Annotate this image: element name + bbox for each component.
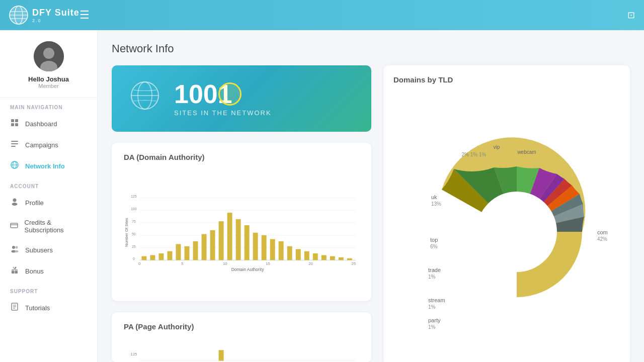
svg-rect-69 xyxy=(304,251,309,260)
svg-rect-63 xyxy=(253,233,258,260)
pa-chart-card: PA (Page Authority) 125 xyxy=(112,312,371,362)
account-label: Account xyxy=(0,176,97,192)
sidebar: Hello Joshua Member Main Navigation Dash… xyxy=(0,30,98,362)
svg-rect-12 xyxy=(11,141,18,142)
sidebar-item-profile[interactable]: Profile xyxy=(0,192,97,213)
stats-label: SITES IN THE NETWORK xyxy=(174,109,272,117)
bonus-icon xyxy=(10,266,19,276)
svg-text:42%: 42% xyxy=(597,236,607,242)
network-icon xyxy=(10,161,19,171)
svg-rect-61 xyxy=(236,219,241,260)
hello-label: Hello Joshua xyxy=(28,75,69,83)
svg-rect-13 xyxy=(11,143,18,144)
svg-rect-10 xyxy=(11,123,14,126)
svg-text:75: 75 xyxy=(132,220,136,224)
svg-text:0: 0 xyxy=(133,257,135,261)
svg-text:0: 0 xyxy=(138,261,141,266)
content-left: 1001 SITES IN THE NETWORK DA (Domain Aut… xyxy=(112,65,371,362)
svg-rect-70 xyxy=(313,253,318,260)
svg-rect-8 xyxy=(11,119,14,122)
da-chart-title: DA (Domain Authority) xyxy=(124,153,359,161)
svg-text:15: 15 xyxy=(266,261,270,266)
svg-text:25: 25 xyxy=(132,245,136,249)
sidebar-item-bonus-label: Bonus xyxy=(25,267,44,275)
sidebar-item-credits[interactable]: Credits & Subscriptions xyxy=(0,213,97,239)
svg-rect-66 xyxy=(279,241,284,260)
svg-rect-67 xyxy=(287,246,292,260)
logo-area: DFY Suite 2.0 xyxy=(9,6,79,25)
svg-rect-73 xyxy=(339,257,344,260)
svg-rect-59 xyxy=(219,221,224,260)
sidebar-item-tutorials[interactable]: Tutorials xyxy=(0,297,97,318)
svg-point-19 xyxy=(12,203,18,206)
svg-text:Domain Authority: Domain Authority xyxy=(231,267,264,272)
logo-icon xyxy=(9,6,28,25)
svg-text:2%  1% 1%: 2% 1% 1% xyxy=(462,152,487,157)
svg-point-85 xyxy=(476,192,557,272)
svg-text:1%: 1% xyxy=(428,274,436,280)
campaigns-icon xyxy=(10,140,19,150)
svg-rect-74 xyxy=(347,258,352,260)
svg-rect-57 xyxy=(202,234,207,260)
svg-text:vip: vip xyxy=(494,144,500,150)
tld-donut-chart: com 42% uk 13% top 6% trade 1% stream 1% xyxy=(393,91,620,352)
svg-text:125: 125 xyxy=(130,352,137,356)
svg-rect-56 xyxy=(193,241,198,260)
support-label: Support xyxy=(0,282,97,297)
avatar xyxy=(34,41,64,71)
sidebar-item-network-info[interactable]: Network Info xyxy=(0,155,97,176)
svg-text:party: party xyxy=(428,317,441,323)
svg-rect-20 xyxy=(11,223,18,228)
sidebar-item-bonus[interactable]: Bonus xyxy=(0,260,97,282)
dashboard-icon xyxy=(10,119,19,129)
svg-text:trade: trade xyxy=(428,267,441,273)
svg-rect-64 xyxy=(262,235,267,260)
svg-point-24 xyxy=(16,246,18,249)
sidebar-item-subusers-label: Subusers xyxy=(25,246,53,254)
svg-point-18 xyxy=(13,199,17,202)
da-chart-card: DA (Domain Authority) 0 25 50 75 100 125… xyxy=(112,143,371,301)
stats-card: 1001 SITES IN THE NETWORK xyxy=(112,65,371,132)
highlight-circle xyxy=(218,82,242,106)
svg-rect-50 xyxy=(141,256,146,260)
da-bar-chart: 0 25 50 75 100 125 Number Of Sites xyxy=(124,168,359,289)
subusers-icon xyxy=(10,245,19,255)
sidebar-item-campaigns[interactable]: Campaigns xyxy=(0,134,97,155)
role-label: Member xyxy=(38,83,58,89)
svg-rect-58 xyxy=(210,230,215,260)
svg-rect-52 xyxy=(158,253,164,260)
svg-rect-55 xyxy=(185,246,190,260)
pa-chart-title: PA (Page Authority) xyxy=(124,322,359,331)
hamburger-menu[interactable]: ☰ xyxy=(79,9,90,22)
sidebar-item-credits-label: Credits & Subscriptions xyxy=(25,219,87,234)
svg-text:uk: uk xyxy=(431,194,437,200)
svg-text:stream: stream xyxy=(428,297,445,303)
sidebar-item-tutorials-label: Tutorials xyxy=(25,304,50,312)
svg-text:com: com xyxy=(597,229,608,235)
layout: Hello Joshua Member Main Navigation Dash… xyxy=(0,30,644,362)
main-content: Network Info xyxy=(98,30,644,362)
page-title: Network Info xyxy=(112,42,630,55)
sidebar-item-subusers[interactable]: Subusers xyxy=(0,239,97,260)
topnav: DFY Suite 2.0 ☰ ⊡ xyxy=(0,0,644,30)
logo-text: DFY Suite 2.0 xyxy=(32,8,79,23)
profile-icon xyxy=(10,198,19,208)
svg-text:6%: 6% xyxy=(430,244,438,249)
svg-text:25: 25 xyxy=(351,261,356,266)
svg-text:125: 125 xyxy=(131,195,137,199)
topnav-action[interactable]: ⊡ xyxy=(627,10,635,21)
svg-rect-51 xyxy=(150,255,155,260)
svg-text:20: 20 xyxy=(308,261,313,266)
sidebar-item-dashboard[interactable]: Dashboard xyxy=(0,113,97,134)
sidebar-item-network-label: Network Info xyxy=(25,162,65,170)
pa-bar-chart: 125 xyxy=(124,338,359,362)
svg-point-6 xyxy=(43,48,54,59)
sidebar-item-campaigns-label: Campaigns xyxy=(25,141,58,149)
svg-text:1%: 1% xyxy=(428,324,436,330)
svg-rect-9 xyxy=(15,119,18,122)
svg-rect-84 xyxy=(219,350,224,360)
svg-text:10: 10 xyxy=(223,261,227,266)
stats-number-wrap: 1001 xyxy=(174,81,232,107)
svg-text:1%: 1% xyxy=(428,304,436,310)
svg-rect-72 xyxy=(330,256,335,260)
